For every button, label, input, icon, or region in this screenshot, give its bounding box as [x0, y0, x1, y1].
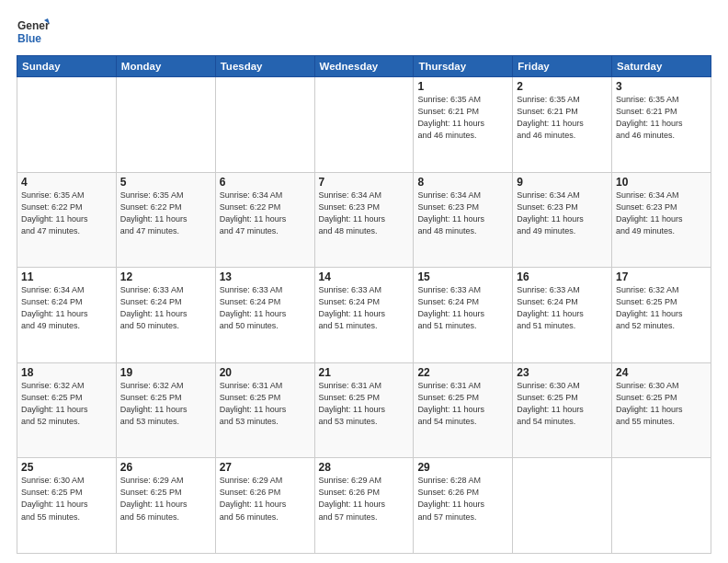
day-number: 15 — [417, 270, 508, 283]
calendar-cell: 17Sunrise: 6:32 AM Sunset: 6:25 PM Dayli… — [612, 268, 711, 363]
calendar-cell: 19Sunrise: 6:32 AM Sunset: 6:25 PM Dayli… — [116, 362, 215, 458]
calendar-cell — [17, 77, 117, 173]
day-number: 12 — [120, 270, 211, 283]
calendar-cell: 9Sunrise: 6:34 AM Sunset: 6:23 PM Daylig… — [513, 172, 612, 268]
weekday-header-thursday: Thursday — [414, 56, 513, 77]
day-info: Sunrise: 6:34 AM Sunset: 6:22 PM Dayligh… — [220, 190, 311, 237]
calendar-cell: 11Sunrise: 6:34 AM Sunset: 6:24 PM Dayli… — [17, 268, 117, 363]
week-row-2: 4Sunrise: 6:35 AM Sunset: 6:22 PM Daylig… — [17, 172, 711, 268]
day-info: Sunrise: 6:34 AM Sunset: 6:23 PM Dayligh… — [517, 190, 608, 237]
day-number: 27 — [220, 461, 311, 474]
calendar-cell: 3Sunrise: 6:35 AM Sunset: 6:21 PM Daylig… — [612, 77, 711, 173]
day-info: Sunrise: 6:35 AM Sunset: 6:21 PM Dayligh… — [517, 94, 608, 142]
calendar-table: SundayMondayTuesdayWednesdayThursdayFrid… — [17, 55, 711, 554]
day-number: 29 — [417, 461, 508, 474]
page: General Blue SundayMondayTuesdayWednesda… — [0, 0, 728, 563]
day-info: Sunrise: 6:35 AM Sunset: 6:22 PM Dayligh… — [21, 190, 112, 237]
day-info: Sunrise: 6:34 AM Sunset: 6:23 PM Dayligh… — [319, 190, 410, 237]
calendar-cell — [215, 77, 314, 173]
day-number: 1 — [417, 80, 508, 93]
calendar-cell: 12Sunrise: 6:33 AM Sunset: 6:24 PM Dayli… — [116, 268, 215, 363]
day-info: Sunrise: 6:30 AM Sunset: 6:25 PM Dayligh… — [21, 475, 112, 523]
calendar-cell: 2Sunrise: 6:35 AM Sunset: 6:21 PM Daylig… — [513, 77, 612, 173]
day-info: Sunrise: 6:32 AM Sunset: 6:25 PM Dayligh… — [21, 380, 112, 428]
day-number: 9 — [517, 176, 608, 189]
day-number: 18 — [21, 366, 112, 379]
calendar-cell: 16Sunrise: 6:33 AM Sunset: 6:24 PM Dayli… — [513, 268, 612, 363]
day-number: 3 — [616, 80, 707, 93]
day-number: 23 — [517, 366, 608, 379]
calendar-cell — [116, 77, 215, 173]
svg-text:General: General — [17, 19, 50, 32]
logo-svg: General Blue — [17, 15, 50, 48]
weekday-header-wednesday: Wednesday — [314, 56, 414, 77]
week-row-3: 11Sunrise: 6:34 AM Sunset: 6:24 PM Dayli… — [17, 268, 711, 363]
week-row-4: 18Sunrise: 6:32 AM Sunset: 6:25 PM Dayli… — [17, 362, 711, 458]
weekday-header-tuesday: Tuesday — [215, 56, 314, 77]
weekday-header-row: SundayMondayTuesdayWednesdayThursdayFrid… — [17, 56, 711, 77]
day-info: Sunrise: 6:35 AM Sunset: 6:21 PM Dayligh… — [417, 94, 508, 142]
calendar-cell: 20Sunrise: 6:31 AM Sunset: 6:25 PM Dayli… — [215, 362, 314, 458]
day-info: Sunrise: 6:28 AM Sunset: 6:26 PM Dayligh… — [417, 475, 508, 523]
calendar-cell: 23Sunrise: 6:30 AM Sunset: 6:25 PM Dayli… — [513, 362, 612, 458]
day-info: Sunrise: 6:29 AM Sunset: 6:25 PM Dayligh… — [120, 475, 211, 523]
calendar-cell: 18Sunrise: 6:32 AM Sunset: 6:25 PM Dayli… — [17, 362, 117, 458]
day-info: Sunrise: 6:31 AM Sunset: 6:25 PM Dayligh… — [417, 380, 508, 428]
calendar-cell: 5Sunrise: 6:35 AM Sunset: 6:22 PM Daylig… — [116, 172, 215, 268]
calendar-cell: 15Sunrise: 6:33 AM Sunset: 6:24 PM Dayli… — [414, 268, 513, 363]
day-number: 21 — [319, 366, 410, 379]
calendar-cell: 21Sunrise: 6:31 AM Sunset: 6:25 PM Dayli… — [314, 362, 414, 458]
day-number: 24 — [616, 366, 707, 379]
calendar-cell: 6Sunrise: 6:34 AM Sunset: 6:22 PM Daylig… — [215, 172, 314, 268]
day-info: Sunrise: 6:33 AM Sunset: 6:24 PM Dayligh… — [120, 284, 211, 332]
calendar-cell: 7Sunrise: 6:34 AM Sunset: 6:23 PM Daylig… — [314, 172, 414, 268]
calendar-cell: 13Sunrise: 6:33 AM Sunset: 6:24 PM Dayli… — [215, 268, 314, 363]
logo: General Blue — [17, 15, 50, 48]
calendar-cell: 25Sunrise: 6:30 AM Sunset: 6:25 PM Dayli… — [17, 458, 117, 554]
day-number: 4 — [21, 176, 112, 189]
day-info: Sunrise: 6:35 AM Sunset: 6:22 PM Dayligh… — [120, 190, 211, 237]
calendar-cell: 4Sunrise: 6:35 AM Sunset: 6:22 PM Daylig… — [17, 172, 117, 268]
calendar-cell: 29Sunrise: 6:28 AM Sunset: 6:26 PM Dayli… — [414, 458, 513, 554]
weekday-header-saturday: Saturday — [612, 56, 711, 77]
calendar-cell — [314, 77, 414, 173]
day-info: Sunrise: 6:35 AM Sunset: 6:21 PM Dayligh… — [616, 94, 707, 142]
day-number: 5 — [120, 176, 211, 189]
calendar-cell — [513, 458, 612, 554]
day-info: Sunrise: 6:34 AM Sunset: 6:23 PM Dayligh… — [417, 190, 508, 237]
calendar-cell: 8Sunrise: 6:34 AM Sunset: 6:23 PM Daylig… — [414, 172, 513, 268]
day-info: Sunrise: 6:29 AM Sunset: 6:26 PM Dayligh… — [220, 475, 311, 523]
calendar-cell: 26Sunrise: 6:29 AM Sunset: 6:25 PM Dayli… — [116, 458, 215, 554]
day-info: Sunrise: 6:31 AM Sunset: 6:25 PM Dayligh… — [319, 380, 410, 428]
day-info: Sunrise: 6:34 AM Sunset: 6:23 PM Dayligh… — [616, 190, 707, 237]
svg-text:Blue: Blue — [17, 32, 41, 45]
day-info: Sunrise: 6:33 AM Sunset: 6:24 PM Dayligh… — [517, 284, 608, 332]
day-number: 10 — [616, 176, 707, 189]
day-number: 7 — [319, 176, 410, 189]
day-number: 26 — [120, 461, 211, 474]
header: General Blue — [17, 15, 711, 48]
calendar-cell: 24Sunrise: 6:30 AM Sunset: 6:25 PM Dayli… — [612, 362, 711, 458]
day-number: 19 — [120, 366, 211, 379]
day-number: 13 — [220, 270, 311, 283]
day-info: Sunrise: 6:30 AM Sunset: 6:25 PM Dayligh… — [616, 380, 707, 428]
week-row-5: 25Sunrise: 6:30 AM Sunset: 6:25 PM Dayli… — [17, 458, 711, 554]
week-row-1: 1Sunrise: 6:35 AM Sunset: 6:21 PM Daylig… — [17, 77, 711, 173]
day-number: 16 — [517, 270, 608, 283]
calendar-cell: 14Sunrise: 6:33 AM Sunset: 6:24 PM Dayli… — [314, 268, 414, 363]
day-number: 2 — [517, 80, 608, 93]
calendar-cell: 28Sunrise: 6:29 AM Sunset: 6:26 PM Dayli… — [314, 458, 414, 554]
weekday-header-monday: Monday — [116, 56, 215, 77]
day-number: 8 — [417, 176, 508, 189]
day-number: 22 — [417, 366, 508, 379]
day-number: 14 — [319, 270, 410, 283]
day-info: Sunrise: 6:31 AM Sunset: 6:25 PM Dayligh… — [220, 380, 311, 428]
calendar-header: SundayMondayTuesdayWednesdayThursdayFrid… — [17, 56, 711, 77]
day-info: Sunrise: 6:33 AM Sunset: 6:24 PM Dayligh… — [319, 284, 410, 332]
day-number: 11 — [21, 270, 112, 283]
day-info: Sunrise: 6:30 AM Sunset: 6:25 PM Dayligh… — [517, 380, 608, 428]
calendar-body: 1Sunrise: 6:35 AM Sunset: 6:21 PM Daylig… — [17, 77, 711, 554]
calendar-cell: 22Sunrise: 6:31 AM Sunset: 6:25 PM Dayli… — [414, 362, 513, 458]
calendar-cell: 27Sunrise: 6:29 AM Sunset: 6:26 PM Dayli… — [215, 458, 314, 554]
day-number: 17 — [616, 270, 707, 283]
